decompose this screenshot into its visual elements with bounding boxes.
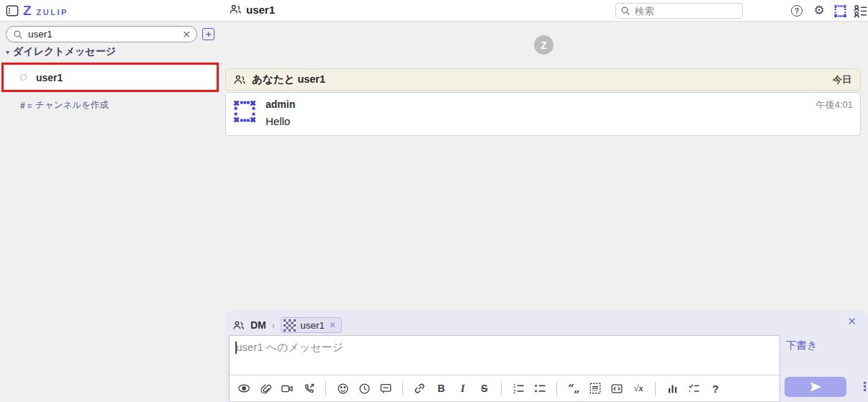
text-caret <box>235 342 237 354</box>
compose-area: DM › user1 ✕ ✕ <box>225 311 868 402</box>
close-compose-icon[interactable]: ✕ <box>847 315 856 328</box>
strikethrough-icon[interactable]: S <box>478 382 491 395</box>
recipient-avatar <box>284 319 296 332</box>
message-row[interactable]: admin 午後4:01 Hello <box>225 92 861 136</box>
link-icon[interactable] <box>413 382 426 395</box>
channel-hash-icon: # <box>20 101 25 111</box>
dm-conversation-row[interactable]: user1 <box>4 65 216 89</box>
new-dm-button[interactable]: + <box>202 28 214 40</box>
math-icon[interactable]: √x <box>632 382 645 395</box>
zulip-logo[interactable]: Z ZULIP <box>23 2 68 19</box>
svg-text:2: 2 <box>513 388 516 395</box>
left-sidebar: ✕ + ▾ ダイレクトメッセージ user1 # ≡ チャンネルを作成 <box>0 22 220 402</box>
toolbar-divider <box>325 382 326 396</box>
create-channel-link[interactable]: # ≡ チャンネルを作成 <box>20 99 109 111</box>
send-options-menu-icon[interactable]: ⋮ <box>859 378 868 396</box>
dm-filter-input[interactable] <box>28 29 177 40</box>
presence-offline-icon <box>20 74 27 81</box>
emoji-icon[interactable] <box>336 382 349 395</box>
sidebar-toggle-icon[interactable] <box>6 4 19 17</box>
view-title-text: user1 <box>246 4 275 16</box>
view-title: user1 <box>229 3 275 16</box>
dm-people-icon <box>229 3 242 16</box>
navbar-search[interactable] <box>615 3 743 19</box>
message-timestamp[interactable]: 午後4:01 <box>816 99 853 111</box>
compose-input[interactable] <box>230 336 779 375</box>
sender-avatar[interactable] <box>232 99 257 124</box>
quote-icon[interactable]: “„ <box>567 382 580 395</box>
clear-filter-icon[interactable]: ✕ <box>182 29 191 40</box>
gear-icon[interactable]: ⚙ <box>812 4 826 18</box>
bulleted-list-icon[interactable] <box>533 382 546 395</box>
zulip-z-icon: Z <box>23 2 32 19</box>
remove-recipient-icon[interactable]: ✕ <box>329 320 336 330</box>
message-sender[interactable]: admin <box>266 99 295 110</box>
user-avatar[interactable] <box>833 4 847 18</box>
chevron-right-icon: › <box>272 320 275 331</box>
send-button[interactable] <box>785 377 846 397</box>
message-formatting-help-icon[interactable]: ? <box>709 382 722 395</box>
code-icon[interactable] <box>610 382 623 395</box>
date-divider: 今日 <box>833 73 851 86</box>
recipient-bar[interactable]: あなたと user1 今日 <box>225 68 861 91</box>
userlist-toggle-icon[interactable] <box>853 4 867 18</box>
compose-toolbar: B I S 1 2 “„ <box>230 375 779 401</box>
attach-file-icon[interactable] <box>259 382 272 395</box>
global-time-icon[interactable] <box>358 382 371 395</box>
dm-conversation-name: user1 <box>36 72 63 83</box>
plus-icon: + <box>206 29 212 40</box>
create-channel-label: チャンネルを作成 <box>35 99 109 111</box>
compose-dm-label: DM <box>250 319 266 331</box>
message-content: Hello <box>266 115 290 127</box>
dm-people-icon <box>233 73 246 86</box>
bold-icon[interactable]: B <box>435 382 448 395</box>
zulip-wordmark: ZULIP <box>37 8 68 17</box>
toolbar-divider <box>402 382 403 396</box>
help-menu-icon[interactable]: ? <box>790 4 804 18</box>
video-call-icon[interactable] <box>281 382 294 395</box>
search-icon <box>620 6 630 16</box>
numbered-list-icon[interactable]: 1 2 <box>512 382 525 395</box>
compose-recipient-row: DM › user1 ✕ <box>232 317 342 333</box>
recipient-label: あなたと user1 <box>252 73 325 86</box>
chevron-down-icon: ▾ <box>6 48 9 56</box>
toolbar-divider <box>556 382 557 396</box>
recipient-pill[interactable]: user1 ✕ <box>281 317 342 333</box>
toolbar-divider <box>501 382 502 396</box>
navbar-search-input[interactable] <box>635 6 762 17</box>
dm-section-label: ダイレクトメッセージ <box>13 45 116 58</box>
compose-box: B I S 1 2 “„ <box>229 335 780 402</box>
drafts-link[interactable]: 下書き <box>786 339 818 352</box>
dm-section-header[interactable]: ▾ ダイレクトメッセージ <box>6 45 116 58</box>
loading-spinner-icon: Z <box>534 35 553 55</box>
dm-filter[interactable]: ✕ <box>6 26 197 42</box>
poll-icon[interactable] <box>666 382 679 395</box>
voice-call-icon[interactable] <box>302 382 315 395</box>
preview-eye-icon[interactable] <box>238 382 250 395</box>
top-navbar: Z ZULIP user1 ? ⚙ <box>0 0 868 22</box>
saved-snippet-icon[interactable] <box>379 382 392 395</box>
recipient-pill-name: user1 <box>300 320 325 331</box>
search-icon <box>13 29 23 40</box>
dm-people-icon <box>232 319 245 332</box>
italic-icon[interactable]: I <box>456 382 469 395</box>
spoiler-icon[interactable] <box>589 382 602 395</box>
channel-lines-icon: ≡ <box>27 101 32 110</box>
toolbar-divider <box>655 382 656 396</box>
todo-list-icon[interactable] <box>687 382 700 395</box>
